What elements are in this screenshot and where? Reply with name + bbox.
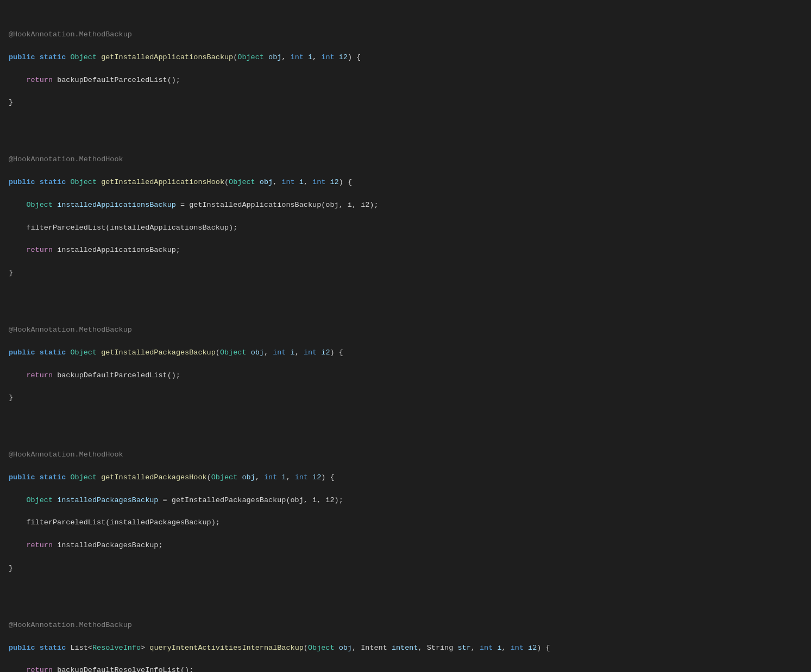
close-line-3: }	[9, 392, 802, 404]
body-line-2-1: Object installedApplicationsBackup = get…	[9, 200, 802, 211]
body-line-4-1: Object installedPackagesBackup = getInst…	[9, 495, 802, 506]
body-line-1-1: return backupDefaultParceledList();	[9, 75, 802, 86]
blank-2	[9, 302, 802, 313]
body-line-4-3: return installedPackagesBackup;	[9, 540, 802, 551]
blank-4	[9, 597, 802, 608]
annotation-line-5: @HookAnnotation.MethodBackup	[9, 620, 802, 631]
sig-line-4: public static Object getInstalledPackage…	[9, 472, 802, 484]
annotation-line-4: @HookAnnotation.MethodHook	[9, 449, 802, 461]
close-line-1: }	[9, 97, 802, 109]
close-line-2: }	[9, 268, 802, 279]
sig-line-3: public static Object getInstalledPackage…	[9, 347, 802, 359]
close-line-4: }	[9, 563, 802, 574]
body-line-4-2: filterParceledList(installedPackagesBack…	[9, 517, 802, 529]
annotation-line-2: @HookAnnotation.MethodHook	[9, 154, 802, 166]
body-line-5-1: return backupDefaultResolveInfoList();	[9, 665, 802, 672]
blank-3	[9, 427, 802, 438]
annotation-line-1: @HookAnnotation.MethodBackup	[9, 29, 802, 41]
annotation-1: @HookAnnotation.MethodBackup	[9, 30, 132, 39]
sig-line-2: public static Object getInstalledApplica…	[9, 177, 802, 188]
body-line-2-2: filterParceledList(installedApplications…	[9, 223, 802, 234]
body-line-3-1: return backupDefaultParceledList();	[9, 370, 802, 382]
annotation-line-3: @HookAnnotation.MethodBackup	[9, 325, 802, 336]
blank-1	[9, 131, 802, 143]
sig-line-5: public static List<ResolveInfo> queryInt…	[9, 643, 802, 654]
sig-line-1: public static Object getInstalledApplica…	[9, 52, 802, 64]
code-viewer: @HookAnnotation.MethodBackup public stat…	[9, 7, 802, 672]
body-line-2-3: return installedApplicationsBackup;	[9, 245, 802, 256]
